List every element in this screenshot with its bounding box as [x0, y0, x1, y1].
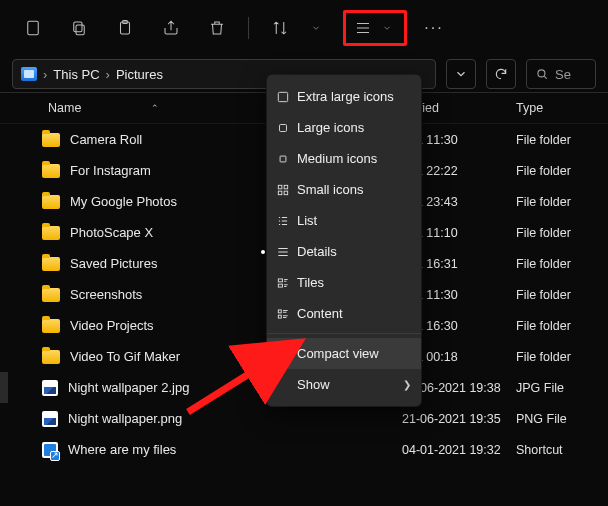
menu-content[interactable]: Content — [267, 298, 421, 329]
file-name: Video Projects — [70, 318, 154, 333]
pictures-icon — [21, 67, 37, 81]
chevron-down-icon — [374, 15, 400, 41]
menu-list[interactable]: List — [267, 205, 421, 236]
folder-icon — [42, 195, 60, 209]
image-file-icon — [42, 380, 58, 396]
file-name: Night wallpaper 2.jpg — [68, 380, 189, 395]
svg-rect-0 — [28, 21, 39, 35]
svg-rect-1 — [76, 25, 84, 35]
file-name: For Instagram — [70, 163, 151, 178]
file-type: File folder — [512, 133, 608, 147]
file-type: File folder — [512, 257, 608, 271]
file-date: 21-06-2021 19:35 — [402, 412, 512, 426]
copy-button[interactable] — [60, 10, 98, 46]
extra-large-icon — [275, 90, 291, 104]
folder-icon — [42, 226, 60, 240]
row-select-indicator — [0, 372, 8, 403]
menu-separator — [267, 333, 421, 334]
svg-rect-10 — [284, 185, 288, 189]
svg-rect-16 — [278, 315, 281, 318]
chevron-right-icon: › — [43, 67, 47, 82]
large-icon — [275, 121, 291, 135]
breadcrumb-seg[interactable]: Pictures — [116, 67, 163, 82]
svg-rect-8 — [280, 156, 286, 162]
medium-icon — [275, 152, 291, 166]
file-name: PhotoScape X — [70, 225, 153, 240]
breadcrumb-seg[interactable]: This PC — [53, 67, 99, 82]
file-date: 04-01-2021 19:32 — [402, 443, 512, 457]
svg-rect-9 — [278, 185, 282, 189]
sort-caret-icon: ⌃ — [151, 103, 159, 113]
column-type[interactable]: Type — [512, 101, 608, 115]
svg-rect-14 — [278, 284, 282, 287]
view-menu: Extra large icons Large icons Medium ico… — [266, 74, 422, 407]
menu-details[interactable]: Details — [267, 236, 421, 267]
folder-icon — [42, 133, 60, 147]
svg-rect-12 — [284, 191, 288, 195]
file-type: File folder — [512, 350, 608, 364]
file-name: Video To Gif Maker — [70, 349, 180, 364]
menu-large-icons[interactable]: Large icons — [267, 112, 421, 143]
more-button[interactable]: ··· — [415, 10, 453, 46]
file-type: File folder — [512, 288, 608, 302]
chevron-right-icon: › — [106, 67, 110, 82]
folder-icon — [42, 164, 60, 178]
search-input[interactable]: Se — [526, 59, 596, 89]
image-file-icon — [42, 411, 58, 427]
svg-rect-7 — [280, 124, 287, 131]
folder-icon — [42, 257, 60, 271]
delete-button[interactable] — [198, 10, 236, 46]
file-type: File folder — [512, 164, 608, 178]
folder-icon — [42, 350, 60, 364]
svg-rect-15 — [278, 309, 281, 312]
folder-icon — [42, 319, 60, 333]
table-row[interactable]: Night wallpaper.png21-06-2021 19:35PNG F… — [0, 403, 608, 434]
table-row[interactable]: Where are my files04-01-2021 19:32Shortc… — [0, 434, 608, 465]
shortcut-icon — [42, 442, 58, 458]
paste-button[interactable] — [106, 10, 144, 46]
svg-point-5 — [538, 70, 545, 77]
file-name: Where are my files — [68, 442, 176, 457]
small-icon — [275, 183, 291, 197]
view-button[interactable] — [350, 15, 400, 41]
menu-small-icons[interactable]: Small icons — [267, 174, 421, 205]
search-placeholder: Se — [555, 67, 571, 82]
file-type: File folder — [512, 319, 608, 333]
menu-show[interactable]: Show❯ — [267, 369, 421, 400]
file-type: PNG File — [512, 412, 608, 426]
list-icon — [275, 214, 291, 228]
chevron-right-icon: ❯ — [403, 379, 411, 390]
refresh-button[interactable] — [486, 59, 516, 89]
menu-medium-icons[interactable]: Medium icons — [267, 143, 421, 174]
menu-tiles[interactable]: Tiles — [267, 267, 421, 298]
selected-dot-icon — [261, 250, 265, 254]
details-icon — [275, 245, 291, 259]
file-name: My Google Photos — [70, 194, 177, 209]
chevron-down-icon — [297, 10, 335, 46]
folder-icon — [42, 288, 60, 302]
share-button[interactable] — [152, 10, 190, 46]
new-button[interactable] — [14, 10, 52, 46]
view-button-highlight — [343, 10, 407, 46]
file-name: Screenshots — [70, 287, 142, 302]
svg-rect-13 — [278, 278, 282, 281]
svg-rect-2 — [74, 22, 82, 32]
file-name: Saved Pictures — [70, 256, 157, 271]
separator — [248, 17, 249, 39]
menu-compact-view[interactable]: Compact view — [267, 338, 421, 369]
file-type: JPG File — [512, 381, 608, 395]
file-name: Camera Roll — [70, 132, 142, 147]
svg-rect-6 — [278, 92, 287, 101]
file-type: File folder — [512, 226, 608, 240]
file-type: File folder — [512, 195, 608, 209]
toolbar: ··· — [0, 0, 608, 56]
content-icon — [275, 307, 291, 321]
file-name: Night wallpaper.png — [68, 411, 182, 426]
tiles-icon — [275, 276, 291, 290]
svg-rect-11 — [278, 191, 282, 195]
menu-extra-large-icons[interactable]: Extra large icons — [267, 81, 421, 112]
sort-button[interactable] — [261, 10, 335, 46]
history-dropdown[interactable] — [446, 59, 476, 89]
file-type: Shortcut — [512, 443, 608, 457]
